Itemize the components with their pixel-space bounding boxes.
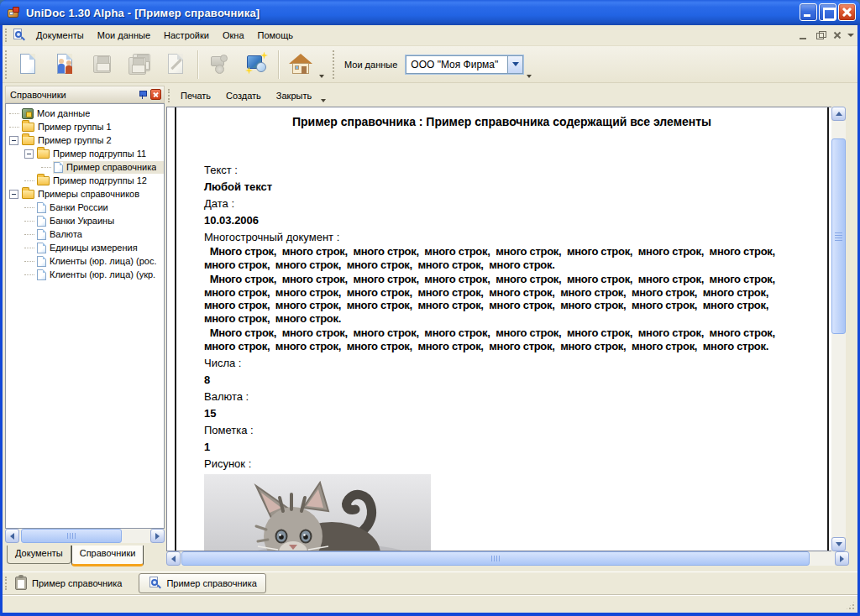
tree-connector [9,113,19,114]
scroll-down-button[interactable] [831,537,846,551]
combo-arrow-button[interactable] [507,56,522,73]
resize-grip[interactable] [845,600,856,611]
sparkle-picture-icon [245,52,269,77]
app-icon [7,6,21,20]
tree-item-group-1[interactable]: Пример группы 1 [6,120,164,133]
menubar-grip[interactable] [5,29,7,42]
toolbar-grip[interactable] [333,50,334,79]
print-button[interactable]: Печать [173,87,218,104]
document-icon [37,256,46,267]
kitten-photo [204,474,431,551]
minimize-button[interactable] [800,3,817,21]
tree-item-subgroup-11[interactable]: Пример подгруппы 11 [6,147,164,160]
field-value-numbers: 8 [204,374,800,386]
window-item-reference[interactable]: Пример справочника [10,575,127,592]
contacts-document-button[interactable] [47,49,84,81]
tree-item-clients-ukr[interactable]: Клиенты (юр. лица) (укр. [6,268,164,281]
delete-button[interactable] [158,49,195,81]
collapse-toggle-icon[interactable] [9,190,18,199]
tree-item-subgroup-12[interactable]: Пример подгруппы 12 [6,174,164,187]
menu-help[interactable]: Помощь [251,27,301,44]
tree-item-group-2[interactable]: Пример группы 2 [6,133,164,147]
save-button[interactable] [84,49,121,81]
export-button[interactable] [239,49,275,81]
tree-item-currency[interactable]: Валюта [6,227,164,241]
mdi-close-icon[interactable] [831,29,844,41]
document-area: Пример справочника : Пример справочника … [165,107,849,566]
doc-vscroll-track[interactable] [831,121,846,537]
tab-references[interactable]: Справочники [71,546,144,566]
page-content: Пример справочника : Пример справочника … [176,107,827,551]
my-data-label: Мои данные [344,60,397,70]
document-icon [37,229,46,240]
tab-documents[interactable]: Документы [7,546,71,564]
machine-button[interactable] [202,49,239,81]
home-button[interactable] [282,49,319,81]
doc-toolbar-overflow-icon[interactable] [321,99,326,102]
scroll-right-button[interactable] [150,529,165,543]
toolbar-overflow-icon[interactable] [527,75,532,78]
menu-windows[interactable]: Окна [216,27,251,44]
mdi-restore-icon[interactable] [814,29,827,41]
field-label-currency: Валюта : [204,391,800,403]
sidebar-close-button[interactable] [150,89,161,100]
doc-vscroll-thumb[interactable] [831,138,846,334]
tree-connector [24,180,34,181]
maximize-button[interactable] [819,3,836,21]
menu-my-data[interactable]: Мои данные [91,27,157,44]
toolbar-grip[interactable] [5,50,7,79]
toolbar-dropdown-icon[interactable] [319,75,324,78]
tree-item-sample-reference[interactable]: Пример справочника [6,160,164,174]
page-edge-right [827,107,829,551]
create-button[interactable]: Создать [218,87,269,104]
window-item-preview-active[interactable]: Пример справочника [139,573,265,593]
doc-hscroll-track[interactable] [181,551,835,566]
new-document-button[interactable] [10,49,47,81]
home-icon [289,52,312,77]
doc-toolbar-grip[interactable] [168,89,170,102]
collapse-toggle-icon[interactable] [24,149,34,159]
company-select[interactable]: ООО "Моя Фирма" [406,55,523,74]
field-value-mark: 1 [204,441,800,453]
document-icon [37,243,46,253]
sidebar-header: Справочники [5,86,165,103]
menu-documents[interactable]: Документы [29,27,91,44]
document-title: Пример справочника : Пример справочника … [176,115,827,128]
tree-connector [24,261,34,262]
arrow-right-icon [840,556,844,562]
doc-hscroll-thumb[interactable] [181,551,810,566]
tree-item-banks-russia[interactable]: Банки России [6,201,164,214]
folder-icon [37,176,50,185]
menubar-overflow-icon[interactable] [847,34,854,37]
scroll-left-button[interactable] [5,529,19,543]
tree-item-clients-rus[interactable]: Клиенты (юр. лица) (рос. [6,254,164,268]
document-icon [37,202,46,213]
tree-item-my-data[interactable]: Мои данные [6,107,164,120]
sidebar-title: Справочники [10,90,66,100]
scroll-right-button[interactable] [835,551,849,566]
taskbar-grip[interactable] [5,577,7,590]
multiline-paragraph: Много строк, много строк, много строк, м… [204,273,800,325]
field-value-text: Любой текст [204,181,800,193]
document-magnifier-icon[interactable] [12,29,25,42]
menu-settings[interactable]: Настройки [157,27,216,44]
window-item-label: Пример справочника [32,578,122,588]
document-icon [54,162,63,173]
scroll-up-button[interactable] [831,107,846,121]
field-label-picture: Рисунок : [204,458,800,470]
doc-hscrollbar [166,551,849,566]
collapse-toggle-icon[interactable] [9,136,18,145]
sidebar-hscroll-track[interactable] [19,529,150,543]
multiline-paragraph: Много строк, много строк, много строк, м… [204,245,800,271]
scroll-left-button[interactable] [166,551,181,566]
doc-vscrollbar [831,107,846,551]
tree-item-units[interactable]: Единицы измерения [6,241,164,254]
pin-icon[interactable] [137,89,148,100]
mdi-minimize-icon[interactable] [797,29,810,41]
close-button[interactable] [838,3,856,21]
save-all-button[interactable] [121,49,158,81]
close-doc-button[interactable]: Закрыть [269,87,319,104]
tree-item-sample-references[interactable]: Примеры справочников [6,187,164,201]
sidebar-hscroll-thumb[interactable] [21,529,122,543]
tree-item-banks-ukraine[interactable]: Банки Украины [6,214,164,227]
